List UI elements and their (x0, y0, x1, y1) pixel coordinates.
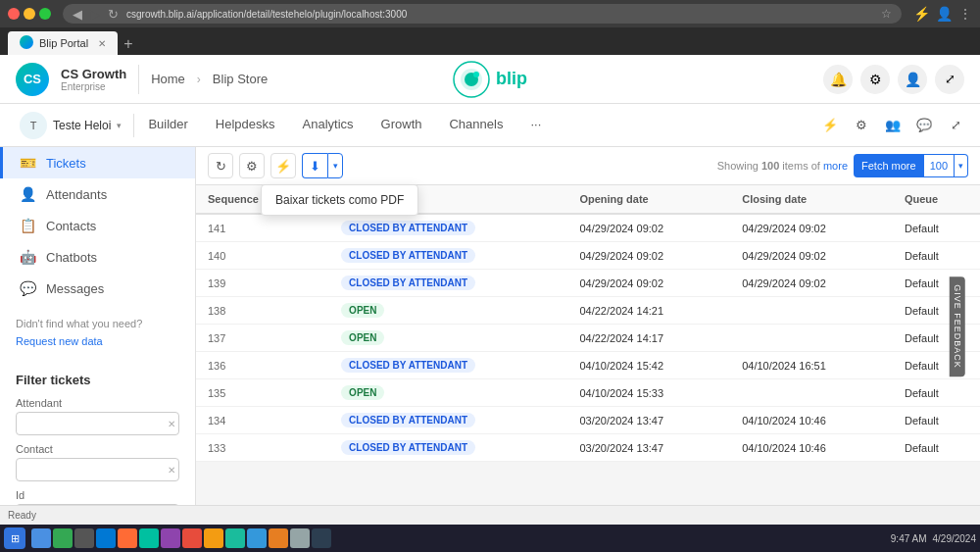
sidebar-item-messages[interactable]: 💬Messages (0, 273, 195, 304)
menu-icon[interactable]: ⋮ (958, 6, 972, 22)
nav-item-helpdesks[interactable]: Helpdesks (202, 104, 289, 147)
header-expand-icon[interactable]: ⤢ (935, 65, 964, 94)
taskbar-icon-app2[interactable] (161, 528, 180, 548)
header-settings-icon[interactable]: ⚙ (860, 65, 890, 94)
refresh-icon[interactable]: ↻ (108, 7, 119, 22)
seq-cell: 135 (196, 379, 329, 407)
taskbar-icon-browser[interactable] (31, 528, 51, 548)
close-date-cell (730, 325, 893, 352)
filter-input-id[interactable] (16, 504, 179, 505)
request-data-link[interactable]: Request new data (0, 335, 195, 355)
download-dropdown-button[interactable]: ▾ (327, 153, 343, 178)
nav-people-icon[interactable]: 👥 (880, 113, 906, 138)
nav-chat-icon[interactable]: 💬 (911, 113, 937, 138)
nav-plugin-icon[interactable]: ⚡ (817, 113, 843, 138)
user-section[interactable]: T Teste Heloi ▾ (8, 112, 133, 139)
taskbar-icon-app9[interactable] (312, 528, 331, 548)
table-row[interactable]: 135 OPEN 04/10/2024 15:33 Default (196, 379, 980, 407)
seq-cell: 136 (196, 352, 329, 379)
open-date-cell: 04/22/2024 14:17 (567, 325, 730, 352)
sidebar-item-chatbots[interactable]: 🤖Chatbots (0, 241, 195, 273)
taskbar-icon-vscode[interactable] (96, 528, 116, 548)
table-row[interactable]: 139 CLOSED BY ATTENDANT 04/29/2024 09:02… (196, 270, 980, 297)
nav-item-channels[interactable]: Channels (435, 104, 516, 147)
nav-item-[interactable]: ··· (516, 104, 555, 147)
taskbar-icon-app6[interactable] (247, 528, 267, 548)
taskbar-icon-app3[interactable] (182, 528, 202, 548)
table-row[interactable]: 134 CLOSED BY ATTENDANT 03/20/2024 13:47… (196, 407, 980, 434)
refresh-button[interactable]: ↻ (208, 153, 233, 178)
status-badge: CLOSED BY ATTENDANT (341, 248, 475, 263)
fetch-dropdown-button[interactable]: ▾ (955, 154, 968, 177)
taskbar-icon-app5[interactable] (225, 528, 245, 548)
taskbar-icon-app1[interactable] (118, 528, 137, 548)
table-row[interactable]: 137 OPEN 04/22/2024 14:17 Default (196, 325, 980, 352)
filter-label-id: Id (16, 489, 179, 501)
status-cell: CLOSED BY ATTENDANT (329, 407, 567, 434)
status-cell: CLOSED BY ATTENDANT (329, 434, 567, 462)
fetch-num-button[interactable]: 100 (924, 154, 955, 177)
sidebar-item-contacts[interactable]: 📋Contacts (0, 210, 195, 241)
queue-cell: Default (893, 297, 980, 325)
filter-input-attendant[interactable] (16, 412, 179, 435)
blip-logo (453, 61, 490, 98)
status-cell: OPEN (329, 379, 567, 407)
bell-icon[interactable]: 🔔 (823, 65, 853, 94)
taskbar-start[interactable]: ⊞ (4, 527, 25, 549)
nav-expand-icon[interactable]: ⤢ (943, 113, 968, 138)
address-bar[interactable]: csgrowth.blip.ai/application/detail/test… (126, 9, 873, 20)
table-row[interactable]: 138 OPEN 04/22/2024 14:21 Default (196, 297, 980, 325)
status-cell: CLOSED BY ATTENDANT (329, 214, 567, 242)
table-row[interactable]: 136 CLOSED BY ATTENDANT 04/10/2024 15:42… (196, 352, 980, 379)
tab-close-icon[interactable]: ✕ (98, 38, 106, 49)
table-row[interactable]: 140 CLOSED BY ATTENDANT 04/29/2024 09:02… (196, 242, 980, 270)
taskbar-icon-app4[interactable] (204, 528, 223, 548)
download-button[interactable]: ⬇ (302, 153, 327, 178)
close-date-cell: 04/10/2024 10:46 (730, 434, 893, 462)
messages-icon: 💬 (19, 280, 36, 296)
taskbar-icon-blip[interactable] (139, 528, 159, 548)
taskbar-icon-files[interactable] (53, 528, 73, 548)
back-icon[interactable]: ◀ (73, 7, 82, 22)
taskbar-icon-terminal[interactable] (74, 528, 94, 548)
fetch-more-button[interactable]: Fetch more (854, 154, 924, 177)
forward-icon[interactable]: ▶ (90, 7, 100, 22)
nav-item-analytics[interactable]: Analytics (289, 104, 368, 147)
sidebar-item-attendants[interactable]: 👤Attendants (0, 178, 195, 210)
taskbar-icon-app8[interactable] (290, 528, 310, 548)
browser-tab[interactable]: Blip Portal ✕ (8, 31, 118, 55)
nav-item-growth[interactable]: Growth (368, 104, 436, 147)
open-date-cell: 04/10/2024 15:33 (567, 379, 730, 407)
open-date-cell: 03/20/2024 13:47 (567, 434, 730, 462)
nav-item-builder[interactable]: Builder (134, 104, 201, 147)
filter-clear-icon[interactable]: ✕ (168, 419, 175, 429)
feedback-tab[interactable]: GIVE FEEDBACK (950, 276, 965, 376)
queue-cell: Default (893, 242, 980, 270)
queue-cell: Default (893, 214, 980, 242)
blip-store-link[interactable]: Blip Store (213, 72, 268, 86)
status-badge: OPEN (341, 303, 384, 318)
settings-button[interactable]: ⚙ (239, 153, 265, 178)
close-date-cell: 04/10/2024 10:46 (730, 407, 893, 434)
nav-settings-icon[interactable]: ⚙ (849, 113, 874, 138)
header-user-icon[interactable]: 👤 (898, 65, 927, 94)
status-cell: CLOSED BY ATTENDANT (329, 352, 567, 379)
tickets-icon: 🎫 (19, 155, 36, 171)
profile-icon: 👤 (936, 6, 953, 22)
filter-title: Filter tickets (16, 373, 179, 387)
bookmark-icon[interactable]: ☆ (881, 7, 892, 21)
filter-input-contact[interactable] (16, 458, 179, 481)
home-link[interactable]: Home (151, 72, 185, 86)
attendants-icon: 👤 (19, 186, 36, 202)
taskbar-icon-app7[interactable] (269, 528, 288, 548)
new-tab-icon[interactable]: + (118, 35, 138, 53)
plugin-button[interactable]: ⚡ (270, 153, 296, 178)
sidebar-item-tickets[interactable]: 🎫Tickets (0, 147, 195, 178)
user-chevron-icon: ▾ (117, 121, 122, 130)
open-date-cell: 04/29/2024 09:02 (567, 214, 730, 242)
filter-clear-icon[interactable]: ✕ (168, 465, 175, 476)
table-row[interactable]: 133 CLOSED BY ATTENDANT 03/20/2024 13:47… (196, 434, 980, 462)
help-text: Didn't find what you need? (0, 312, 195, 335)
close-date-cell (730, 297, 893, 325)
table-row[interactable]: 141 CLOSED BY ATTENDANT 04/29/2024 09:02… (196, 214, 980, 242)
